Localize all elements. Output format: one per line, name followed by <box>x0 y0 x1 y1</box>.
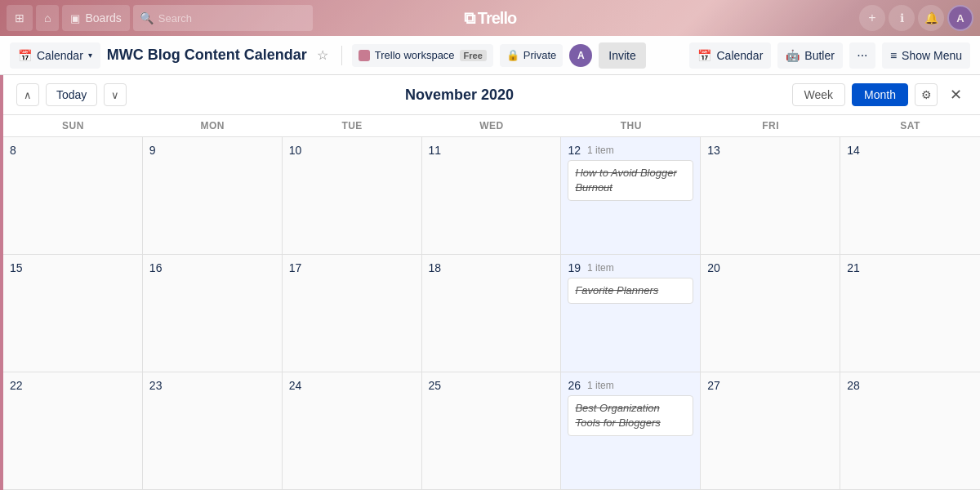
home-icon: ⌂ <box>44 11 51 24</box>
add-icon: + <box>868 11 875 25</box>
item-count-19: 1 item <box>587 262 614 274</box>
today-button[interactable]: Today <box>46 83 97 106</box>
cal-cell-19[interactable]: 19 1 item Favorite Planners <box>561 255 701 372</box>
cal-cell-24[interactable]: 24 <box>283 372 422 490</box>
calendar-label: Calendar <box>37 49 83 62</box>
card-favorite-planners[interactable]: Favorite Planners <box>568 278 693 304</box>
member-avatar[interactable]: A <box>569 44 592 67</box>
cal-cell-14[interactable]: 14 <box>840 137 980 255</box>
month-label: Month <box>864 88 896 101</box>
cal-cell-20[interactable]: 20 <box>701 255 840 372</box>
day-header-sun: SUN <box>3 115 143 136</box>
next-month-button[interactable]: ∨ <box>104 83 127 106</box>
date-21: 21 <box>847 261 973 274</box>
date-27: 27 <box>707 379 833 392</box>
add-button[interactable]: + <box>859 5 885 31</box>
boards-label: Boards <box>85 11 121 24</box>
board-header: 📅 Calendar ▾ MWC Blog Content Calendar ☆… <box>0 36 980 75</box>
star-icon: ☆ <box>317 48 328 62</box>
prev-icon: ∧ <box>24 89 32 101</box>
private-badge[interactable]: 🔒 Private <box>500 44 563 67</box>
cal-cell-9[interactable]: 9 <box>143 137 283 255</box>
day-header-tue: TUE <box>283 115 422 136</box>
workspace-badge[interactable]: Trello workspace Free <box>352 44 493 67</box>
date-18: 18 <box>429 261 555 274</box>
cal-cell-21[interactable]: 21 <box>840 255 980 372</box>
calendar-header-button[interactable]: 📅 Calendar <box>689 42 771 69</box>
next-icon: ∨ <box>111 89 119 101</box>
calendar-header-icon: 📅 <box>697 49 711 62</box>
settings-icon: ⚙ <box>921 88 932 101</box>
today-label: Today <box>56 88 87 101</box>
date-9: 9 <box>149 144 275 157</box>
boards-button[interactable]: ▣ Boards <box>62 5 129 31</box>
cal-cell-15[interactable]: 15 <box>3 255 143 372</box>
date-number-19: 19 <box>568 261 581 274</box>
cal-cell-23[interactable]: 23 <box>143 372 283 490</box>
grid-icon-button[interactable]: ⊞ <box>7 5 33 31</box>
info-button[interactable]: ℹ <box>889 5 915 31</box>
member-initials: A <box>577 50 585 61</box>
date-10: 10 <box>289 144 415 157</box>
cal-cell-12[interactable]: 12 1 item How to Avoid Blogger Burnout <box>561 137 701 255</box>
grid-icon: ⊞ <box>15 11 24 24</box>
month-view-button[interactable]: Month <box>852 83 908 106</box>
show-menu-button[interactable]: ≡ Show Menu <box>882 42 970 69</box>
more-options-button[interactable]: ··· <box>849 42 875 69</box>
notifications-button[interactable]: 🔔 <box>918 5 944 31</box>
search-icon: 🔍 <box>140 11 154 24</box>
cal-cell-13[interactable]: 13 <box>701 137 840 255</box>
calendar-grid: 8 9 10 11 12 1 item How to Avoid Blogger… <box>3 137 980 490</box>
divider <box>341 46 342 65</box>
cal-cell-28[interactable]: 28 <box>840 372 980 490</box>
menu-icon: ≡ <box>890 49 897 62</box>
day-header-fri: FRI <box>701 115 840 136</box>
cal-cell-22[interactable]: 22 <box>3 372 143 490</box>
cal-cell-11[interactable]: 11 <box>422 137 562 255</box>
search-bar[interactable]: 🔍 Search <box>133 5 313 31</box>
card-org-tools[interactable]: Best Organization Tools for Bloggers <box>568 395 693 436</box>
invite-button[interactable]: Invite <box>599 42 645 69</box>
calendar-view-toggle[interactable]: 📅 Calendar ▾ <box>10 42 100 69</box>
cal-cell-8[interactable]: 8 <box>3 137 143 255</box>
date-19: 19 1 item <box>568 261 693 274</box>
avatar-initials: A <box>956 12 964 24</box>
date-26: 26 1 item <box>568 379 693 392</box>
butler-icon: 🤖 <box>786 49 800 62</box>
month-title: November 2020 <box>133 87 785 104</box>
week-view-button[interactable]: Week <box>792 83 846 106</box>
invite-label: Invite <box>608 49 635 62</box>
board-icon: ▣ <box>70 12 80 24</box>
date-14: 14 <box>847 144 973 157</box>
calendar-close-button[interactable]: ✕ <box>944 83 967 106</box>
header-right-controls: 📅 Calendar 🤖 Butler ··· ≡ Show Menu <box>689 42 970 69</box>
butler-button[interactable]: 🤖 Butler <box>777 42 843 69</box>
week-label: Week <box>804 88 834 101</box>
lock-icon: 🔒 <box>506 49 519 61</box>
cal-cell-10[interactable]: 10 <box>283 137 422 255</box>
nav-right-controls: + ℹ 🔔 A <box>859 5 973 31</box>
item-count-12: 1 item <box>587 145 614 156</box>
trello-logo: ⧉ Trello <box>464 9 516 28</box>
calendar-settings-button[interactable]: ⚙ <box>915 83 938 106</box>
cal-cell-17[interactable]: 17 <box>283 255 422 372</box>
calendar-header-label: Calendar <box>716 49 763 62</box>
star-button[interactable]: ☆ <box>314 44 332 66</box>
cal-cell-16[interactable]: 16 <box>143 255 283 372</box>
date-16: 16 <box>149 261 275 274</box>
close-icon: ✕ <box>950 86 962 104</box>
cal-cell-18[interactable]: 18 <box>422 255 562 372</box>
day-header-wed: WED <box>422 115 562 136</box>
cal-cell-25[interactable]: 25 <box>422 372 562 490</box>
home-button[interactable]: ⌂ <box>36 5 59 31</box>
date-13: 13 <box>707 144 833 157</box>
item-count-26: 1 item <box>587 380 614 391</box>
cal-cell-27[interactable]: 27 <box>701 372 840 490</box>
calendar-container: ∧ Today ∨ November 2020 Week Month ⚙ ✕ S… <box>0 75 980 490</box>
user-avatar[interactable]: A <box>947 5 973 31</box>
card-blogger-burnout[interactable]: How to Avoid Blogger Burnout <box>568 160 693 201</box>
prev-month-button[interactable]: ∧ <box>16 83 39 106</box>
search-placeholder: Search <box>158 12 192 24</box>
calendar-icon: 📅 <box>18 49 32 62</box>
cal-cell-26[interactable]: 26 1 item Best Organization Tools for Bl… <box>561 372 701 490</box>
